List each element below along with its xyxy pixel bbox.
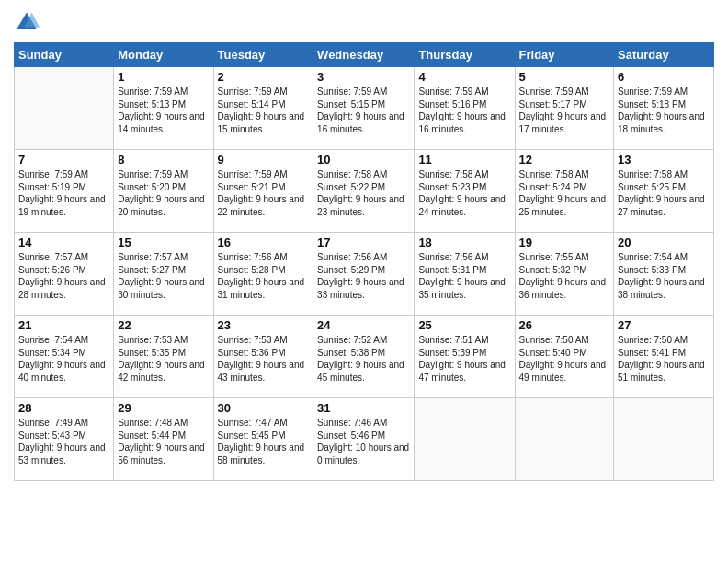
page-header bbox=[14, 9, 714, 35]
day-number: 2 bbox=[218, 70, 310, 84]
day-number: 19 bbox=[519, 236, 610, 249]
calendar-day-cell: 26Sunrise: 7:50 AMSunset: 5:40 PMDayligh… bbox=[515, 316, 614, 398]
calendar-day-cell: 21Sunrise: 7:54 AMSunset: 5:34 PMDayligh… bbox=[15, 316, 114, 398]
calendar-day-cell: 9Sunrise: 7:59 AMSunset: 5:21 PMDaylight… bbox=[213, 150, 313, 233]
calendar-day-cell: 2Sunrise: 7:59 AMSunset: 5:14 PMDaylight… bbox=[213, 67, 313, 150]
day-number: 13 bbox=[618, 153, 710, 167]
calendar-day-cell bbox=[515, 398, 614, 481]
day-info: Sunrise: 7:59 AMSunset: 5:20 PMDaylight:… bbox=[118, 168, 209, 218]
calendar-day-cell: 30Sunrise: 7:47 AMSunset: 5:45 PMDayligh… bbox=[213, 398, 313, 481]
day-number: 14 bbox=[18, 236, 109, 249]
day-info: Sunrise: 7:48 AMSunset: 5:44 PMDaylight:… bbox=[118, 417, 209, 466]
calendar-day-cell bbox=[415, 398, 515, 481]
day-number: 25 bbox=[418, 318, 510, 332]
calendar-week-row: 14Sunrise: 7:57 AMSunset: 5:26 PMDayligh… bbox=[15, 233, 714, 316]
calendar-day-cell: 3Sunrise: 7:59 AMSunset: 5:15 PMDaylight… bbox=[313, 67, 415, 150]
calendar-day-cell: 25Sunrise: 7:51 AMSunset: 5:39 PMDayligh… bbox=[415, 316, 515, 398]
day-info: Sunrise: 7:56 AMSunset: 5:31 PMDaylight:… bbox=[418, 251, 510, 301]
day-info: Sunrise: 7:58 AMSunset: 5:24 PMDaylight:… bbox=[519, 168, 610, 218]
calendar-day-cell: 6Sunrise: 7:59 AMSunset: 5:18 PMDaylight… bbox=[614, 67, 714, 150]
day-of-week-saturday: Saturday bbox=[614, 43, 714, 67]
day-number: 17 bbox=[317, 236, 410, 249]
calendar-day-cell: 12Sunrise: 7:58 AMSunset: 5:24 PMDayligh… bbox=[515, 150, 614, 233]
day-number: 1 bbox=[118, 70, 209, 84]
day-of-week-friday: Friday bbox=[515, 43, 614, 67]
day-of-week-monday: Monday bbox=[114, 43, 213, 67]
calendar-day-cell: 28Sunrise: 7:49 AMSunset: 5:43 PMDayligh… bbox=[15, 398, 114, 481]
day-info: Sunrise: 7:53 AMSunset: 5:35 PMDaylight:… bbox=[118, 334, 209, 384]
day-info: Sunrise: 7:49 AMSunset: 5:43 PMDaylight:… bbox=[18, 417, 109, 466]
day-number: 27 bbox=[618, 318, 710, 332]
day-number: 18 bbox=[418, 236, 510, 249]
calendar-day-cell: 7Sunrise: 7:59 AMSunset: 5:19 PMDaylight… bbox=[15, 150, 114, 233]
calendar-day-cell: 29Sunrise: 7:48 AMSunset: 5:44 PMDayligh… bbox=[114, 398, 213, 481]
day-number: 15 bbox=[118, 236, 209, 249]
day-number: 23 bbox=[218, 318, 310, 332]
calendar-day-cell: 4Sunrise: 7:59 AMSunset: 5:16 PMDaylight… bbox=[415, 67, 515, 150]
calendar-day-cell: 27Sunrise: 7:50 AMSunset: 5:41 PMDayligh… bbox=[614, 316, 714, 398]
day-info: Sunrise: 7:53 AMSunset: 5:36 PMDaylight:… bbox=[218, 334, 310, 384]
day-info: Sunrise: 7:56 AMSunset: 5:28 PMDaylight:… bbox=[218, 251, 310, 301]
day-number: 28 bbox=[18, 401, 109, 415]
day-of-week-tuesday: Tuesday bbox=[213, 43, 313, 67]
day-number: 22 bbox=[118, 318, 209, 332]
calendar-day-cell: 1Sunrise: 7:59 AMSunset: 5:13 PMDaylight… bbox=[114, 67, 213, 150]
calendar-day-cell: 22Sunrise: 7:53 AMSunset: 5:35 PMDayligh… bbox=[114, 316, 213, 398]
calendar-day-cell: 15Sunrise: 7:57 AMSunset: 5:27 PMDayligh… bbox=[114, 233, 213, 316]
calendar-day-cell: 11Sunrise: 7:58 AMSunset: 5:23 PMDayligh… bbox=[415, 150, 515, 233]
day-info: Sunrise: 7:56 AMSunset: 5:29 PMDaylight:… bbox=[317, 251, 410, 301]
calendar-day-cell: 31Sunrise: 7:46 AMSunset: 5:46 PMDayligh… bbox=[313, 398, 415, 481]
day-of-week-thursday: Thursday bbox=[415, 43, 515, 67]
day-number: 4 bbox=[418, 70, 510, 84]
day-info: Sunrise: 7:57 AMSunset: 5:27 PMDaylight:… bbox=[118, 251, 209, 301]
day-info: Sunrise: 7:54 AMSunset: 5:33 PMDaylight:… bbox=[618, 251, 710, 301]
calendar-day-cell: 23Sunrise: 7:53 AMSunset: 5:36 PMDayligh… bbox=[213, 316, 313, 398]
day-number: 7 bbox=[18, 153, 109, 167]
calendar-week-row: 1Sunrise: 7:59 AMSunset: 5:13 PMDaylight… bbox=[15, 67, 714, 150]
day-info: Sunrise: 7:50 AMSunset: 5:40 PMDaylight:… bbox=[519, 334, 610, 384]
calendar-day-cell: 14Sunrise: 7:57 AMSunset: 5:26 PMDayligh… bbox=[15, 233, 114, 316]
day-number: 31 bbox=[317, 401, 410, 415]
calendar-day-cell: 17Sunrise: 7:56 AMSunset: 5:29 PMDayligh… bbox=[313, 233, 415, 316]
day-info: Sunrise: 7:59 AMSunset: 5:13 PMDaylight:… bbox=[118, 86, 209, 135]
day-number: 3 bbox=[317, 70, 410, 84]
calendar-day-cell: 24Sunrise: 7:52 AMSunset: 5:38 PMDayligh… bbox=[313, 316, 415, 398]
calendar-day-cell: 19Sunrise: 7:55 AMSunset: 5:32 PMDayligh… bbox=[515, 233, 614, 316]
day-of-week-wednesday: Wednesday bbox=[313, 43, 415, 67]
day-number: 26 bbox=[519, 318, 610, 332]
calendar-day-cell bbox=[614, 398, 714, 481]
calendar-day-cell: 8Sunrise: 7:59 AMSunset: 5:20 PMDaylight… bbox=[114, 150, 213, 233]
day-number: 24 bbox=[317, 318, 410, 332]
calendar-day-cell: 13Sunrise: 7:58 AMSunset: 5:25 PMDayligh… bbox=[614, 150, 714, 233]
day-info: Sunrise: 7:58 AMSunset: 5:25 PMDaylight:… bbox=[618, 168, 710, 218]
day-number: 9 bbox=[218, 153, 310, 167]
calendar-day-cell: 18Sunrise: 7:56 AMSunset: 5:31 PMDayligh… bbox=[415, 233, 515, 316]
calendar-day-cell: 20Sunrise: 7:54 AMSunset: 5:33 PMDayligh… bbox=[614, 233, 714, 316]
calendar-day-cell: 5Sunrise: 7:59 AMSunset: 5:17 PMDaylight… bbox=[515, 67, 614, 150]
day-of-week-sunday: Sunday bbox=[15, 43, 114, 67]
calendar-day-cell: 16Sunrise: 7:56 AMSunset: 5:28 PMDayligh… bbox=[213, 233, 313, 316]
calendar-table: SundayMondayTuesdayWednesdayThursdayFrid… bbox=[14, 42, 714, 481]
day-number: 11 bbox=[418, 153, 510, 167]
day-info: Sunrise: 7:47 AMSunset: 5:45 PMDaylight:… bbox=[218, 417, 310, 466]
day-info: Sunrise: 7:59 AMSunset: 5:21 PMDaylight:… bbox=[218, 168, 310, 218]
logo bbox=[14, 9, 41, 35]
day-info: Sunrise: 7:55 AMSunset: 5:32 PMDaylight:… bbox=[519, 251, 610, 301]
calendar-header-row: SundayMondayTuesdayWednesdayThursdayFrid… bbox=[15, 43, 714, 67]
day-info: Sunrise: 7:52 AMSunset: 5:38 PMDaylight:… bbox=[317, 334, 410, 384]
day-info: Sunrise: 7:57 AMSunset: 5:26 PMDaylight:… bbox=[18, 251, 109, 301]
day-number: 12 bbox=[519, 153, 610, 167]
day-info: Sunrise: 7:46 AMSunset: 5:46 PMDaylight:… bbox=[317, 417, 410, 466]
day-number: 10 bbox=[317, 153, 410, 167]
calendar-day-cell bbox=[15, 67, 114, 150]
day-info: Sunrise: 7:51 AMSunset: 5:39 PMDaylight:… bbox=[418, 334, 510, 384]
day-info: Sunrise: 7:59 AMSunset: 5:18 PMDaylight:… bbox=[618, 86, 710, 135]
day-number: 8 bbox=[118, 153, 209, 167]
logo-icon bbox=[14, 9, 40, 35]
day-info: Sunrise: 7:59 AMSunset: 5:16 PMDaylight:… bbox=[418, 86, 510, 135]
calendar-week-row: 21Sunrise: 7:54 AMSunset: 5:34 PMDayligh… bbox=[15, 316, 714, 398]
day-number: 5 bbox=[519, 70, 610, 84]
day-number: 21 bbox=[18, 318, 109, 332]
day-info: Sunrise: 7:59 AMSunset: 5:17 PMDaylight:… bbox=[519, 86, 610, 135]
day-info: Sunrise: 7:54 AMSunset: 5:34 PMDaylight:… bbox=[18, 334, 109, 384]
